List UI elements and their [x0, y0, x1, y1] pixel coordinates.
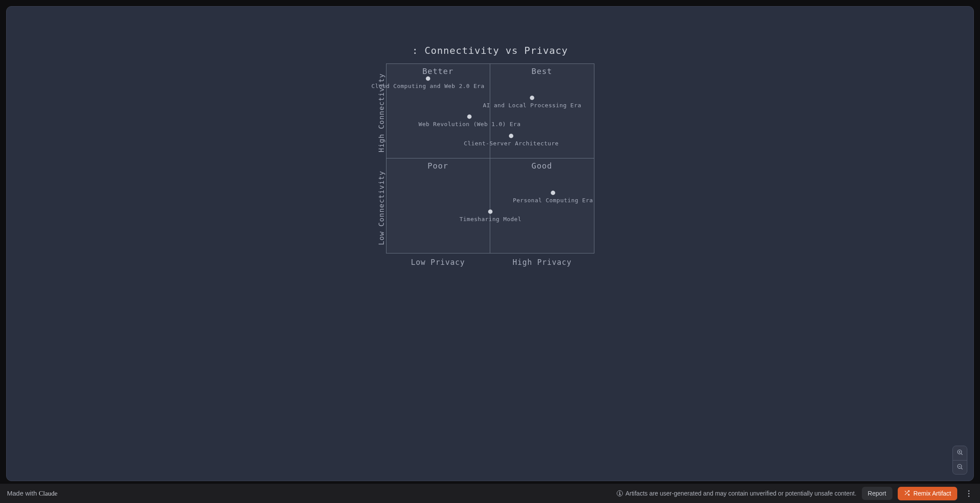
brand-label: Made with Claude — [7, 489, 57, 497]
quad-label-good: Good — [490, 158, 594, 170]
y-axis-label-high: High Connectivity — [377, 67, 386, 158]
x-axis-label-high: High Privacy — [490, 258, 594, 267]
chart-canvas: : Connectivity vs Privacy Better Best Po… — [7, 7, 973, 481]
quad-label-best: Best — [490, 64, 594, 76]
artifact-viewport: : Connectivity vs Privacy Better Best Po… — [6, 6, 974, 481]
zoom-out-icon — [956, 463, 963, 472]
quad-label-poor: Poor — [386, 158, 490, 170]
zoom-in-icon — [956, 449, 963, 457]
remix-button[interactable]: Remix Artifact — [898, 487, 957, 500]
y-axis-label-low: Low Connectivity — [377, 162, 386, 253]
quadrant-top-left: Better — [386, 64, 490, 158]
quad-label-better: Better — [386, 64, 490, 76]
quadrant-grid: Better Best Poor Good Cloud Computing an… — [386, 63, 594, 253]
x-axis-label-low: Low Privacy — [386, 258, 490, 267]
quadrant-chart: : Connectivity vs Privacy Better Best Po… — [386, 63, 594, 253]
brand-prefix: Made with — [7, 489, 39, 497]
quadrant-bottom-left: Poor — [386, 158, 490, 253]
quadrant-top-right: Best — [490, 64, 594, 158]
disclaimer-text: Artifacts are user-generated and may con… — [625, 490, 857, 497]
footer-bar: Made with Claude i Artifacts are user-ge… — [0, 484, 980, 503]
svg-line-5 — [961, 468, 962, 469]
quadrant-bottom-right: Good — [490, 158, 594, 253]
report-button[interactable]: Report — [862, 487, 892, 500]
zoom-in-button[interactable] — [953, 446, 967, 460]
chart-title: : Connectivity vs Privacy — [412, 45, 568, 56]
remix-label: Remix Artifact — [913, 490, 951, 497]
brand-name: Claude — [39, 490, 58, 497]
disclaimer: i Artifacts are user-generated and may c… — [617, 490, 857, 497]
svg-line-1 — [961, 454, 962, 455]
zoom-out-button[interactable] — [953, 460, 967, 474]
zoom-controls — [952, 446, 967, 475]
report-label: Report — [868, 490, 886, 497]
shuffle-icon — [904, 490, 910, 497]
app-frame: : Connectivity vs Privacy Better Best Po… — [0, 0, 980, 484]
info-icon: i — [617, 490, 623, 496]
more-menu-button[interactable] — [964, 489, 973, 498]
